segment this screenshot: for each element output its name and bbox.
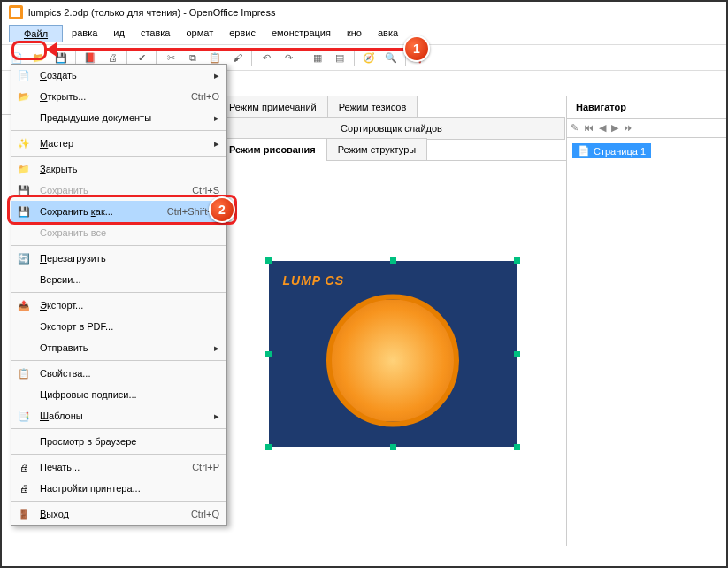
next-icon[interactable]: ▶ — [611, 122, 618, 134]
exit-icon: 🚪 — [15, 507, 33, 521]
menu-properties[interactable]: 📋Свойства... — [11, 363, 226, 384]
navigator-panel: Навигатор ✎ ⏮ ◀ ▶ ⏭ 📄 Страница 1 — [567, 96, 726, 546]
menu-insert[interactable]: ставка — [134, 25, 178, 42]
menu-window[interactable]: кно — [340, 25, 369, 42]
menu-demo[interactable]: емонстрация — [264, 25, 338, 42]
menu-printer-settings[interactable]: 🖨Настройки принтера... — [11, 478, 226, 499]
svg-rect-1 — [11, 8, 20, 17]
file-menu-dropdown: 📄ССоздатьоздать 📂Открыть...Ctrl+O Предыд… — [11, 64, 227, 526]
menu-create[interactable]: 📄ССоздатьоздать — [11, 65, 226, 86]
menu-signatures[interactable]: Цифровые подписи... — [11, 384, 226, 405]
printer-settings-icon: 🖨 — [15, 481, 33, 495]
menu-export[interactable]: 📤Экспорт... — [11, 295, 226, 316]
workspace-panel: Режим примечаний Режим тезисов Сортировщ… — [218, 96, 567, 546]
templates-icon: 📑 — [15, 409, 33, 423]
menu-save-all: Сохранить все — [11, 222, 226, 243]
export-icon: 📤 — [15, 298, 33, 312]
menu-reload[interactable]: 🔄Перезагрузить — [11, 248, 226, 269]
menu-file[interactable]: Файл — [9, 25, 63, 42]
menu-close[interactable]: 📁Закрыть — [11, 158, 226, 180]
tab-structure[interactable]: Режим структуры — [326, 138, 428, 161]
last-icon[interactable]: ⏭ — [624, 122, 633, 134]
menu-recent[interactable]: Предыдущие документы — [11, 107, 226, 128]
slide-logo: LUMP CS — [283, 273, 344, 288]
menubar: Файл равка ид ставка ормат ервис емонстр… — [2, 23, 726, 45]
page-icon: 📄 — [578, 145, 590, 157]
app-icon — [9, 5, 23, 19]
nav-page-1[interactable]: 📄 Страница 1 — [572, 143, 651, 158]
menu-format[interactable]: ормат — [179, 25, 220, 42]
new-doc-icon: 📄 — [15, 68, 33, 82]
view-tabs: Режим примечаний Режим тезисов Сортировщ… — [218, 96, 566, 161]
first-icon[interactable]: ⏮ — [584, 122, 594, 134]
menu-templates[interactable]: 📑Шаблоны — [11, 405, 226, 426]
reload-icon: 🔄 — [15, 251, 33, 265]
print-icon: 🖨 — [15, 460, 33, 474]
tab-thesis[interactable]: Режим тезисов — [327, 96, 418, 119]
properties-icon: 📋 — [15, 366, 33, 380]
slide[interactable]: LUMP CS — [269, 261, 517, 447]
wizard-icon: ✨ — [15, 136, 33, 150]
close-doc-icon: 📁 — [15, 162, 33, 176]
menu-exit[interactable]: 🚪ВыходCtrl+Q — [11, 503, 226, 525]
menu-browser-preview[interactable]: Просмотр в браузере — [11, 431, 226, 452]
annotation-badge-2: 2 — [209, 196, 235, 223]
menu-send[interactable]: Отправить — [11, 337, 226, 358]
tab-notes[interactable]: Режим примечаний — [218, 96, 328, 119]
menu-print[interactable]: 🖨Печать...Ctrl+P — [11, 457, 226, 478]
menu-open[interactable]: 📂Открыть...Ctrl+O — [11, 86, 226, 107]
annotation-arrow — [46, 48, 426, 51]
tab-drawing[interactable]: Режим рисования — [218, 138, 327, 161]
navigator-title: Навигатор — [567, 96, 726, 119]
menu-tools[interactable]: ервис — [222, 25, 263, 42]
pen-icon[interactable]: ✎ — [571, 122, 579, 134]
menu-view[interactable]: ид — [106, 25, 132, 42]
navigator-toolbar: ✎ ⏮ ◀ ▶ ⏭ — [567, 119, 726, 138]
window-title: lumpics 2.odp (только для чтения) - Open… — [28, 7, 275, 18]
prev-icon[interactable]: ◀ — [599, 122, 606, 134]
annotation-highlight-2 — [7, 195, 237, 225]
menu-versions[interactable]: Версии... — [11, 269, 226, 290]
menu-wizard[interactable]: ✨Мастер — [11, 133, 226, 154]
orange-graphic[interactable] — [326, 294, 459, 426]
slide-canvas[interactable]: LUMP CS — [218, 161, 566, 546]
annotation-badge-1: 1 — [403, 35, 430, 62]
folder-open-icon: 📂 — [15, 89, 33, 104]
menu-export-pdf[interactable]: Экспорт в PDF... — [11, 316, 226, 337]
tab-sorter[interactable]: Сортировщик слайдов — [218, 117, 565, 140]
titlebar: lumpics 2.odp (только для чтения) - Open… — [2, 2, 726, 23]
menu-help[interactable]: авка — [371, 25, 405, 42]
menu-edit[interactable]: равка — [65, 25, 104, 42]
